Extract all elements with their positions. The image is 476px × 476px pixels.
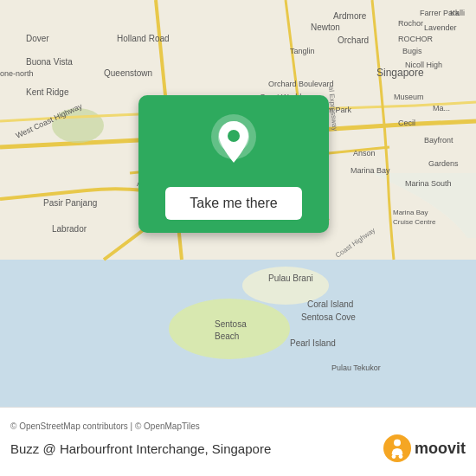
- svg-text:Orchard: Orchard: [338, 35, 369, 45]
- svg-point-59: [399, 454, 403, 459]
- svg-text:Marina South: Marina South: [405, 179, 452, 188]
- svg-text:Tanglin: Tanglin: [290, 47, 315, 55]
- svg-text:Labrador: Labrador: [52, 224, 87, 234]
- svg-text:Queenstown: Queenstown: [104, 68, 152, 78]
- location-pin-icon: [208, 113, 260, 173]
- svg-text:Marina Bay: Marina Bay: [351, 166, 390, 175]
- location-name: Buzz @ Harbourfront Interchange, Singapo…: [10, 441, 271, 456]
- pin-icon-container: [208, 113, 260, 177]
- attribution-text: © OpenStreetMap contributors | © OpenMap…: [10, 421, 466, 431]
- svg-text:Bayfront: Bayfront: [424, 136, 453, 145]
- svg-text:Pasir Panjang: Pasir Panjang: [43, 198, 97, 208]
- svg-text:Coral Island: Coral Island: [307, 299, 353, 309]
- svg-text:Marina Bay: Marina Bay: [393, 209, 428, 216]
- svg-text:Pulau Brani: Pulau Brani: [268, 273, 313, 283]
- svg-text:Buona Vista: Buona Vista: [26, 57, 73, 67]
- svg-text:one-north: one-north: [0, 69, 34, 78]
- svg-point-57: [394, 440, 401, 447]
- svg-text:Cruise Centre: Cruise Centre: [393, 218, 436, 226]
- svg-text:Holland Road: Holland Road: [117, 34, 170, 43]
- moovit-logo: moovit: [383, 434, 466, 462]
- svg-text:Beach: Beach: [215, 331, 239, 341]
- svg-text:Newton: Newton: [311, 23, 340, 32]
- svg-text:Nicoll High: Nicoll High: [405, 61, 442, 69]
- svg-text:Rochor: Rochor: [398, 19, 423, 28]
- svg-text:Sentosa Cove: Sentosa Cove: [301, 312, 356, 322]
- map-container: Newton Ardmore Orchard Dover Holland Roa…: [0, 0, 476, 407]
- svg-text:Lavender: Lavender: [424, 23, 457, 32]
- svg-point-58: [392, 454, 396, 459]
- svg-text:Orchard Boulevard: Orchard Boulevard: [268, 80, 334, 88]
- svg-point-55: [228, 130, 240, 142]
- svg-text:Sentosa: Sentosa: [215, 319, 247, 329]
- location-info: Buzz @ Harbourfront Interchange, Singapo…: [10, 434, 466, 462]
- svg-text:Farrer Park: Farrer Park: [420, 9, 460, 17]
- svg-text:Ma...: Ma...: [433, 104, 450, 113]
- svg-text:ROCHOR: ROCHOR: [398, 35, 433, 43]
- svg-text:Anson: Anson: [353, 149, 376, 158]
- bottom-bar: © OpenStreetMap contributors | © OpenMap…: [0, 407, 476, 476]
- svg-text:Dover: Dover: [26, 34, 49, 43]
- svg-text:Kent Ridge: Kent Ridge: [26, 87, 69, 97]
- svg-text:Museum: Museum: [394, 93, 424, 101]
- svg-point-6: [169, 299, 290, 359]
- moovit-text: moovit: [415, 440, 466, 458]
- svg-text:Gardens: Gardens: [428, 159, 459, 168]
- svg-text:Cecil: Cecil: [398, 119, 415, 127]
- moovit-icon: [383, 434, 411, 462]
- action-card[interactable]: Take me there: [138, 95, 329, 233]
- svg-text:Pulau Tekukor: Pulau Tekukor: [331, 363, 381, 372]
- svg-text:Ardmore: Ardmore: [333, 11, 367, 21]
- svg-text:Bugis: Bugis: [402, 47, 422, 55]
- svg-text:Pearl Island: Pearl Island: [290, 338, 336, 348]
- take-me-there-button[interactable]: Take me there: [165, 187, 301, 220]
